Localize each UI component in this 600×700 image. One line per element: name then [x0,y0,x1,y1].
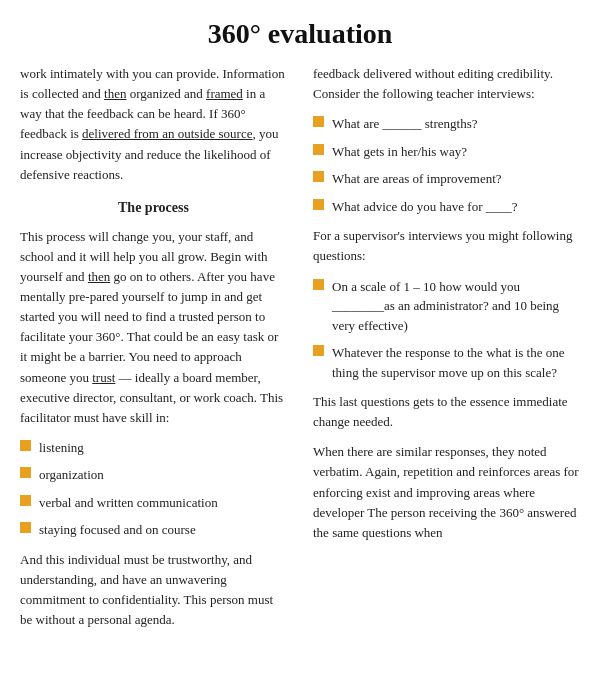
underline-then: then [104,86,126,101]
list-item: On a scale of 1 – 10 how would you _____… [313,277,580,336]
bullet-icon [313,199,324,210]
list-item: staying focused and on course [20,520,287,540]
underline-delivered: delivered from an outside source [82,126,252,141]
right-column: feedback delivered without editing credi… [309,64,580,641]
list-item-label: verbal and written communication [39,493,218,513]
list-item-label: What are ______ strengths? [332,114,477,134]
bullet-icon [313,171,324,182]
underline-then2: then [88,269,110,284]
skills-list: listening organization verbal and writte… [20,438,287,540]
list-item: What are ______ strengths? [313,114,580,134]
list-item-label: What are areas of improvement? [332,169,502,189]
list-item: Whatever the response to the what is the… [313,343,580,382]
section-title-process: The process [20,197,287,219]
left-column: work intimately with you can provide. In… [20,64,291,641]
process-paragraph: This process will change you, your staff… [20,227,287,428]
list-item-label: Whatever the response to the what is the… [332,343,580,382]
supervisor-bullets-list: On a scale of 1 – 10 how would you _____… [313,277,580,383]
two-column-layout: work intimately with you can provide. In… [20,64,580,641]
supervisor-intro: For a supervisor's interviews you might … [313,226,580,266]
list-item: listening [20,438,287,458]
bullet-icon [313,279,324,290]
intro-paragraph: work intimately with you can provide. In… [20,64,287,185]
list-item-label: What advice do you have for ____? [332,197,518,217]
list-item-label: organization [39,465,104,485]
list-item: organization [20,465,287,485]
list-item-label: staying focused and on course [39,520,196,540]
list-item: What are areas of improvement? [313,169,580,189]
bullet-icon [20,522,31,533]
page: 360° evaluation work intimately with you… [0,0,600,700]
bullet-icon [313,345,324,356]
last-questions-paragraph: This last questions gets to the essence … [313,392,580,432]
bullet-icon [313,144,324,155]
list-item: What advice do you have for ____? [313,197,580,217]
closing-paragraph-right: When there are similar responses, they n… [313,442,580,543]
list-item-label: On a scale of 1 – 10 how would you _____… [332,277,580,336]
list-item-label: What gets in her/his way? [332,142,467,162]
bullet-icon [20,467,31,478]
list-item: What gets in her/his way? [313,142,580,162]
bullet-icon [20,440,31,451]
page-title: 360° evaluation [20,18,580,50]
teacher-bullets-list: What are ______ strengths? What gets in … [313,114,580,216]
list-item-label: listening [39,438,84,458]
bullet-icon [313,116,324,127]
right-intro: feedback delivered without editing credi… [313,64,580,104]
closing-paragraph-left: And this individual must be trustworthy,… [20,550,287,631]
underline-trust: trust [92,370,115,385]
bullet-icon [20,495,31,506]
underline-framed: framed [206,86,243,101]
list-item: verbal and written communication [20,493,287,513]
